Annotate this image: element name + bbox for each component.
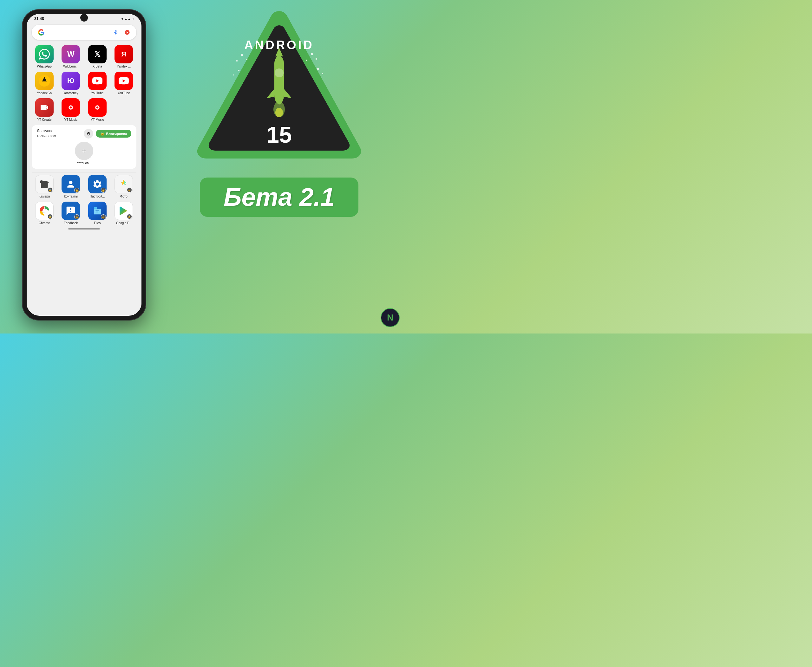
svg-rect-16: [316, 58, 317, 60]
svg-rect-18: [238, 70, 240, 71]
n-letter: N: [387, 313, 393, 323]
yoomoney-label: YooMoney: [63, 91, 78, 95]
svg-text:15: 15: [266, 122, 292, 148]
lens-search-icon[interactable]: [123, 28, 131, 37]
googleplay-lock-badge: 🔒: [127, 214, 132, 219]
app-item-files[interactable]: 🔒 Files: [85, 202, 110, 225]
lock-button[interactable]: 🔒 Блокировка: [96, 129, 131, 138]
ytmusic2-label: YT Music: [91, 118, 104, 122]
app-item-ytmusic1[interactable]: YT Music: [58, 98, 84, 122]
youtube2-icon: [115, 71, 133, 90]
svg-point-6: [96, 106, 98, 109]
app-item-wildberries[interactable]: W Wildberri...: [58, 45, 84, 68]
add-app-label: Установ...: [77, 161, 91, 165]
xbeta-icon: 𝕏: [88, 45, 106, 63]
private-space-section: Доступнотолько вам ⚙ 🔒 Блокировка + Уста…: [32, 125, 136, 169]
xbeta-label: X Beta: [93, 65, 102, 68]
app-item-photos[interactable]: 🔒 Фото: [111, 175, 137, 199]
settings-icon: 🔒: [88, 175, 106, 193]
app-item-contacts[interactable]: 🔒 Контакты: [58, 175, 84, 199]
contacts-icon: 🔒: [62, 175, 80, 193]
svg-rect-20: [322, 73, 323, 74]
app-grid-row1: WhatsApp W Wildberri... 𝕏 X Beta: [32, 45, 136, 68]
settings-lock-badge: 🔒: [101, 187, 106, 193]
app-item-settings[interactable]: 🔒 Настрой...: [85, 175, 110, 199]
svg-point-8: [43, 209, 46, 213]
app-grid-row5: 🔒 Chrome 🔒 Feedback: [32, 202, 136, 225]
svg-rect-9: [94, 207, 97, 209]
app-item-ytcreate[interactable]: YT Create: [32, 98, 57, 122]
yandexgo-icon: [35, 71, 53, 90]
battery-icon: □: [132, 17, 134, 21]
svg-rect-13: [246, 59, 248, 60]
svg-rect-14: [236, 60, 238, 61]
app-item-chrome[interactable]: 🔒 Chrome: [32, 202, 57, 225]
feedback-lock-badge: 🔒: [74, 214, 79, 219]
app-item-feedback[interactable]: 🔒 Feedback: [58, 202, 84, 225]
svg-point-22: [275, 68, 284, 77]
feedback-icon: 🔒: [62, 202, 80, 220]
app-item-ytmusic2[interactable]: YT Music: [85, 98, 110, 122]
app-item-youtube1[interactable]: YouTube: [85, 71, 110, 95]
contacts-label: Контакты: [64, 195, 78, 199]
svg-point-24: [275, 108, 283, 117]
wildberries-label: Wildberri...: [63, 65, 78, 68]
voice-search-icon[interactable]: [111, 28, 120, 37]
app-item-whatsapp[interactable]: WhatsApp: [32, 45, 57, 68]
app-item-yandex[interactable]: Я Yandex ...: [111, 45, 137, 68]
beta-text: Бета 2.1: [224, 183, 334, 211]
app-item-camera[interactable]: 🔒 Камера: [32, 175, 57, 199]
lock-icon: 🔒: [100, 131, 105, 136]
googleplay-label: Google P...: [116, 221, 131, 225]
svg-rect-12: [241, 54, 243, 56]
youtube2-label: YouTube: [118, 91, 130, 95]
youtube1-icon: [88, 71, 106, 90]
add-app-item[interactable]: + Установ...: [37, 142, 131, 165]
search-bar[interactable]: [32, 25, 136, 40]
chrome-lock-badge: 🔒: [48, 214, 53, 219]
camera-lock-badge: 🔒: [48, 187, 53, 192]
googleplay-icon: 🔒: [115, 202, 133, 220]
app-item-googleplay[interactable]: 🔒 Google P...: [111, 202, 137, 225]
status-time: 21:48: [34, 17, 44, 21]
ytmusic2-icon: [88, 98, 106, 117]
yoomoney-icon: Ю: [62, 71, 80, 90]
app-grid-row2: YandexGo Ю YooMoney: [32, 71, 136, 95]
ytmusic1-label: YT Music: [64, 118, 78, 122]
photos-icon: 🔒: [115, 175, 133, 193]
phone-screen: 21:48 ▾ ▲▲ □: [27, 14, 141, 316]
svg-rect-15: [311, 53, 313, 55]
app-item-xbeta[interactable]: 𝕏 X Beta: [85, 45, 110, 68]
app-item-youtube2[interactable]: YouTube: [111, 71, 137, 95]
app-item-yoomoney[interactable]: Ю YooMoney: [58, 71, 84, 95]
private-actions: ⚙ 🔒 Блокировка: [84, 129, 131, 139]
add-app-circle: +: [75, 142, 93, 160]
app-grid-row4: 🔒 Камера 🔒 Контакты: [32, 175, 136, 199]
beta-version-label: Бета 2.1: [200, 178, 358, 217]
app-drawer: WhatsApp W Wildberri... 𝕏 X Beta: [27, 22, 141, 313]
svg-rect-21: [233, 75, 234, 75]
files-icon: 🔒: [88, 202, 106, 220]
private-settings-button[interactable]: ⚙: [84, 129, 93, 139]
wildberries-icon: W: [62, 45, 80, 63]
camera-label: Камера: [39, 195, 50, 199]
n-logo: N: [381, 308, 400, 327]
settings-label: Настрой...: [90, 195, 105, 199]
home-indicator: [68, 228, 100, 229]
status-icons: ▾ ▲▲ □: [121, 17, 134, 21]
status-bar: 21:48 ▾ ▲▲ □: [27, 14, 141, 22]
section-divider: [32, 172, 136, 173]
contacts-lock-badge: 🔒: [74, 187, 79, 193]
photos-label: Фото: [120, 195, 128, 199]
chrome-icon: 🔒: [35, 202, 53, 220]
google-logo: [37, 28, 46, 37]
phone-shell: 21:48 ▾ ▲▲ □: [22, 10, 146, 320]
youtube1-label: YouTube: [91, 91, 103, 95]
lock-label: Блокировка: [106, 132, 127, 136]
feedback-label: Feedback: [64, 221, 78, 225]
app-grid-row3: YT Create YT Music: [32, 98, 136, 122]
app-item-yandexgo[interactable]: YandexGo: [32, 71, 57, 95]
whatsapp-label: WhatsApp: [37, 65, 52, 68]
android-badge: ANDROID: [190, 7, 368, 171]
yandexgo-label: YandexGo: [37, 91, 52, 95]
